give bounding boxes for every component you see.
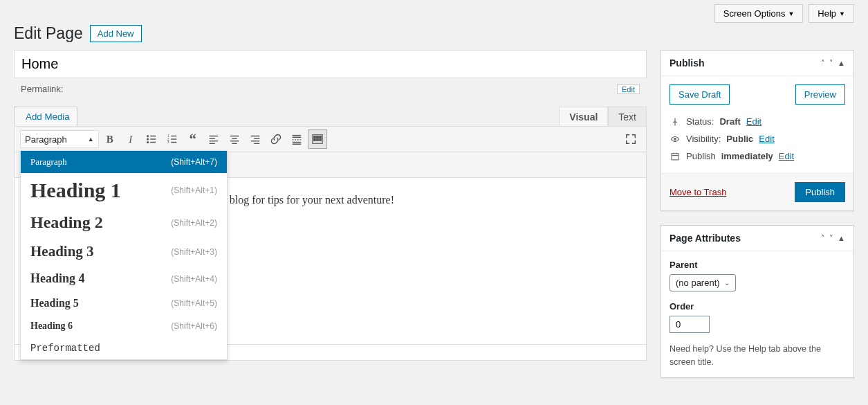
tab-visual[interactable]: Visual bbox=[559, 107, 608, 127]
svg-rect-36 bbox=[319, 136, 321, 138]
fullscreen-button[interactable] bbox=[621, 129, 640, 149]
toggle-panel-icon[interactable]: ▲ bbox=[838, 59, 845, 68]
calendar-icon bbox=[670, 152, 681, 161]
svg-point-42 bbox=[674, 138, 676, 140]
svg-text:3: 3 bbox=[167, 140, 169, 144]
format-option-heading-6[interactable]: Heading 6(Shift+Alt+6) bbox=[21, 315, 227, 337]
format-option-label: Heading 6 bbox=[30, 321, 73, 332]
page-title: Edit Page bbox=[14, 24, 83, 43]
move-down-icon[interactable]: ˅ bbox=[829, 234, 833, 243]
format-option-shortcut: (Shift+Alt+1) bbox=[171, 186, 217, 195]
page-attributes-help: Need help? Use the Help tab above the sc… bbox=[670, 343, 845, 369]
format-option-shortcut: (Shift+Alt+6) bbox=[171, 321, 217, 331]
format-option-shortcut: (Shift+Alt+4) bbox=[171, 274, 217, 284]
publish-button[interactable]: Publish bbox=[795, 182, 845, 202]
move-up-icon[interactable]: ˄ bbox=[821, 234, 825, 243]
align-left-button[interactable] bbox=[204, 129, 223, 149]
chevron-down-icon: ⌄ bbox=[724, 279, 730, 287]
eye-icon bbox=[670, 134, 681, 144]
format-option-label: Heading 1 bbox=[30, 179, 121, 202]
caret-down-icon: ▼ bbox=[839, 10, 845, 17]
svg-point-8 bbox=[147, 142, 148, 143]
format-option-shortcut: (Shift+Alt+3) bbox=[171, 247, 217, 257]
save-draft-button[interactable]: Save Draft bbox=[670, 84, 730, 105]
post-title-input[interactable] bbox=[14, 50, 647, 78]
format-option-preformatted[interactable]: Preformatted bbox=[21, 337, 227, 359]
pin-icon bbox=[670, 117, 681, 127]
align-center-button[interactable] bbox=[225, 129, 244, 149]
tab-text[interactable]: Text bbox=[608, 107, 647, 127]
format-option-label: Heading 2 bbox=[30, 213, 103, 232]
format-option-shortcut: (Shift+Alt+7) bbox=[171, 157, 217, 167]
svg-point-4 bbox=[147, 136, 148, 137]
format-option-heading-1[interactable]: Heading 1(Shift+Alt+1) bbox=[21, 173, 227, 208]
format-option-paragraph[interactable]: Paragraph(Shift+Alt+7) bbox=[21, 151, 227, 173]
format-option-label: Heading 5 bbox=[30, 297, 79, 309]
page-attributes-panel-title: Page Attributes bbox=[670, 233, 741, 244]
permalink-edit-button[interactable]: Edit bbox=[617, 84, 640, 94]
format-option-label: Paragraph bbox=[30, 156, 67, 168]
svg-point-6 bbox=[147, 138, 148, 140]
screen-options-button[interactable]: Screen Options ▼ bbox=[714, 4, 804, 23]
caret-down-icon: ▼ bbox=[788, 10, 794, 17]
svg-rect-39 bbox=[319, 139, 321, 141]
numbered-list-button[interactable]: 123 bbox=[163, 129, 182, 149]
svg-rect-34 bbox=[313, 136, 315, 138]
screen-options-label: Screen Options bbox=[723, 8, 786, 19]
bullet-list-button[interactable] bbox=[142, 129, 161, 149]
svg-rect-38 bbox=[316, 139, 318, 141]
edit-status-link[interactable]: Edit bbox=[746, 116, 761, 127]
format-dropdown: Paragraph(Shift+Alt+7)Heading 1(Shift+Al… bbox=[20, 150, 228, 360]
format-option-heading-4[interactable]: Heading 4(Shift+Alt+4) bbox=[21, 266, 227, 291]
help-label: Help bbox=[818, 8, 836, 19]
caret-up-icon: ▲ bbox=[88, 136, 94, 143]
format-option-label: Heading 4 bbox=[30, 271, 85, 286]
format-option-shortcut: (Shift+Alt+5) bbox=[171, 298, 217, 308]
publish-label: Publish bbox=[686, 151, 716, 161]
publish-panel-title: Publish bbox=[670, 57, 705, 69]
visibility-value: Public bbox=[726, 134, 753, 144]
svg-rect-43 bbox=[672, 153, 678, 159]
add-media-label: Add Media bbox=[26, 111, 70, 122]
edit-publish-date-link[interactable]: Edit bbox=[779, 151, 794, 161]
move-up-icon[interactable]: ˄ bbox=[821, 59, 825, 68]
parent-label: Parent bbox=[670, 260, 845, 270]
insert-link-button[interactable] bbox=[266, 129, 286, 149]
status-label: Status: bbox=[686, 116, 714, 127]
status-value: Draft bbox=[719, 116, 740, 127]
add-new-button[interactable]: Add New bbox=[90, 25, 142, 42]
edit-visibility-link[interactable]: Edit bbox=[759, 134, 774, 144]
parent-select-value: (no parent) bbox=[676, 278, 720, 288]
toolbar-toggle-button[interactable] bbox=[308, 129, 327, 149]
format-option-heading-2[interactable]: Heading 2(Shift+Alt+2) bbox=[21, 208, 227, 237]
insert-more-button[interactable] bbox=[287, 129, 306, 149]
format-select[interactable]: Paragraph ▲ bbox=[20, 130, 99, 148]
align-right-button[interactable] bbox=[246, 129, 265, 149]
order-input[interactable] bbox=[670, 316, 710, 333]
add-media-button[interactable]: Add Media bbox=[14, 107, 77, 127]
move-to-trash-link[interactable]: Move to Trash bbox=[670, 187, 726, 197]
parent-select[interactable]: (no parent) ⌄ bbox=[670, 274, 736, 291]
order-label: Order bbox=[670, 301, 845, 312]
preview-button[interactable]: Preview bbox=[795, 84, 845, 105]
svg-rect-35 bbox=[316, 136, 318, 138]
permalink-label: Permalink: bbox=[21, 84, 63, 94]
format-option-label: Preformatted bbox=[30, 343, 100, 354]
toggle-panel-icon[interactable]: ▲ bbox=[838, 234, 845, 243]
format-select-label: Paragraph bbox=[25, 134, 67, 145]
visibility-label: Visibility: bbox=[686, 134, 721, 144]
format-option-shortcut: (Shift+Alt+2) bbox=[171, 218, 217, 228]
svg-rect-37 bbox=[313, 139, 315, 141]
move-down-icon[interactable]: ˅ bbox=[829, 59, 833, 68]
italic-button[interactable]: I bbox=[121, 129, 140, 149]
format-option-label: Heading 3 bbox=[30, 243, 94, 260]
format-option-heading-5[interactable]: Heading 5(Shift+Alt+5) bbox=[21, 291, 227, 315]
format-option-heading-3[interactable]: Heading 3(Shift+Alt+3) bbox=[21, 237, 227, 266]
help-button[interactable]: Help ▼ bbox=[809, 4, 854, 23]
blockquote-button[interactable]: “ bbox=[183, 129, 203, 149]
publish-value: immediately bbox=[721, 151, 773, 161]
bold-button[interactable]: B bbox=[100, 129, 120, 149]
